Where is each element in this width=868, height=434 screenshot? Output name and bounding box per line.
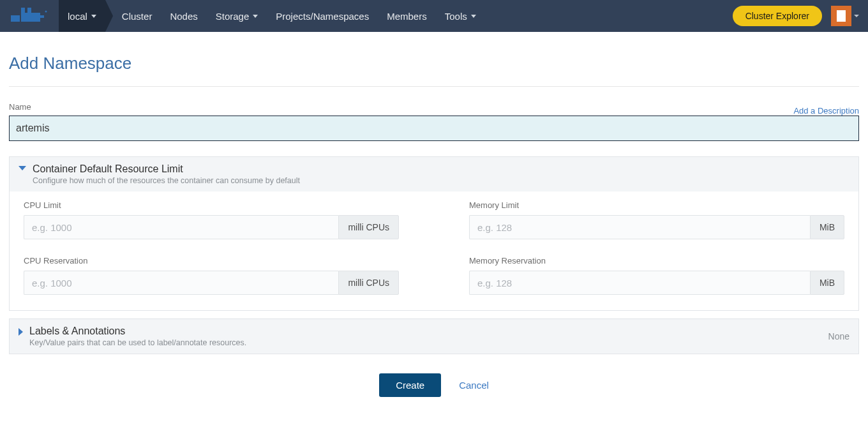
cpu-limit-label: CPU Limit	[24, 200, 399, 210]
memory-limit-input[interactable]	[469, 215, 810, 239]
disclosure-toggle	[19, 166, 26, 170]
avatar-glyph-icon	[837, 10, 846, 22]
nav-item-label: Projects/Namespaces	[276, 11, 369, 22]
nav-cluster[interactable]: Cluster	[105, 0, 161, 32]
resource-limit-panel: Container Default Resource Limit Configu…	[9, 156, 859, 311]
add-description-link[interactable]: Add a Description	[793, 106, 859, 116]
cpu-limit-field: CPU Limit milli CPUs	[24, 200, 399, 239]
cancel-button[interactable]: Cancel	[459, 380, 489, 391]
nav-storage[interactable]: Storage	[207, 0, 267, 32]
divider	[9, 86, 859, 87]
memory-reservation-unit: MiB	[810, 271, 844, 295]
cpu-limit-input[interactable]	[24, 215, 338, 239]
memory-reservation-input[interactable]	[469, 271, 810, 295]
nav-right: Cluster Explorer	[733, 6, 868, 26]
chevron-down-icon	[253, 15, 258, 18]
create-button-label: Create	[396, 380, 424, 391]
top-nav: local Cluster Nodes Storage Projects/Nam…	[0, 0, 868, 32]
disclosure-toggle	[19, 328, 23, 336]
user-menu[interactable]	[831, 6, 859, 26]
nav-members[interactable]: Members	[378, 0, 436, 32]
chevron-right-icon	[19, 328, 23, 336]
cpu-reservation-unit: milli CPUs	[338, 271, 399, 295]
nav-item-label: Members	[387, 11, 427, 22]
svg-rect-0	[11, 15, 20, 22]
cluster-explorer-button[interactable]: Cluster Explorer	[733, 6, 822, 26]
memory-limit-field: Memory Limit MiB	[469, 200, 844, 239]
svg-rect-1	[21, 13, 40, 22]
chevron-down-icon	[471, 15, 476, 18]
nav-item-label: Nodes	[170, 11, 197, 22]
avatar	[831, 6, 851, 26]
rancher-logo-icon	[10, 6, 49, 26]
name-label: Name	[9, 102, 31, 112]
nav-item-label: Storage	[216, 11, 250, 22]
svg-point-5	[45, 11, 47, 13]
svg-rect-4	[40, 15, 44, 18]
nav-tools[interactable]: Tools	[436, 0, 485, 32]
nav-items: local Cluster Nodes Storage Projects/Nam…	[59, 0, 733, 32]
resource-limit-header[interactable]: Container Default Resource Limit Configu…	[10, 157, 858, 191]
nav-item-label: Tools	[445, 11, 467, 22]
memory-reservation-field: Memory Reservation MiB	[469, 256, 844, 295]
nav-scope-label: local	[68, 11, 87, 22]
labels-header[interactable]: Labels & Annotations Key/Value pairs tha…	[10, 319, 858, 354]
create-button[interactable]: Create	[379, 373, 441, 397]
nav-projects[interactable]: Projects/Namespaces	[267, 0, 378, 32]
resource-limit-body: CPU Limit milli CPUs Memory Limit MiB CP…	[10, 191, 858, 310]
panel-subtitle: Key/Value pairs that can be used to labe…	[29, 338, 246, 347]
memory-limit-unit: MiB	[810, 215, 844, 239]
cpu-reservation-field: CPU Reservation milli CPUs	[24, 256, 399, 295]
labels-panel: Labels & Annotations Key/Value pairs tha…	[9, 318, 859, 354]
page-title: Add Namespace	[9, 54, 859, 73]
logo[interactable]	[0, 0, 59, 32]
nav-item-label: Cluster	[122, 11, 153, 22]
svg-rect-2	[21, 8, 25, 13]
namespace-name-input[interactable]	[9, 116, 859, 141]
nav-nodes[interactable]: Nodes	[161, 0, 206, 32]
name-row: Name Add a Description	[9, 102, 859, 116]
panel-title: Labels & Annotations	[29, 326, 246, 337]
svg-rect-3	[27, 8, 31, 13]
explorer-btn-label: Cluster Explorer	[745, 11, 809, 21]
nav-scope[interactable]: local	[59, 0, 105, 32]
cpu-reservation-input[interactable]	[24, 271, 338, 295]
chevron-down-icon	[91, 15, 96, 18]
cpu-reservation-label: CPU Reservation	[24, 256, 399, 266]
page: Add Namespace Name Add a Description Con…	[0, 32, 868, 397]
panel-subtitle: Configure how much of the resources the …	[33, 176, 300, 185]
memory-limit-label: Memory Limit	[469, 200, 844, 210]
labels-badge: None	[828, 331, 849, 341]
cpu-limit-unit: milli CPUs	[338, 215, 399, 239]
panel-title: Container Default Resource Limit	[33, 163, 300, 175]
memory-reservation-label: Memory Reservation	[469, 256, 844, 266]
footer-actions: Create Cancel	[9, 373, 859, 397]
chevron-down-icon	[854, 15, 859, 17]
chevron-down-icon	[19, 166, 26, 170]
